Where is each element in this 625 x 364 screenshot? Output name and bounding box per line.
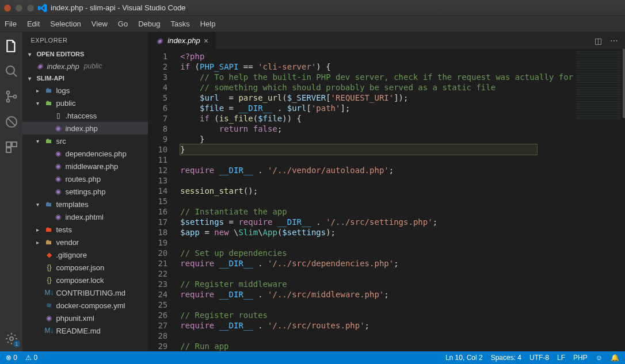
file-icon: ◉ (54, 149, 63, 158)
tree-item[interactable]: ◉dependencies.php (22, 147, 148, 160)
project-header[interactable]: ▾ SLIM-API (22, 72, 148, 84)
tree-item[interactable]: ◉phpunit.xml (22, 312, 148, 324)
status-errors[interactable]: ⊗ 0 (6, 354, 17, 362)
folder-icon: 🖿 (44, 86, 54, 95)
file-icon: M↓ (44, 326, 54, 335)
tree-item[interactable]: ▸🖿tests (22, 223, 148, 236)
folder-icon: 🖿 (44, 237, 54, 247)
activity-explorer[interactable] (3, 38, 20, 54)
open-editor-item[interactable]: ◉ index.php public (22, 60, 148, 72)
tree-label: logs (56, 86, 70, 95)
sidebar: EXPLORER ▾ OPEN EDITORS ◉ index.php publ… (22, 32, 148, 351)
file-icon: ◆ (44, 250, 54, 259)
tree-label: src (56, 137, 66, 145)
tree-label: tests (56, 225, 71, 234)
line-gutter: 1234567891011121314151617181920212223242… (148, 49, 176, 351)
tree-item[interactable]: {}composer.lock (22, 274, 148, 286)
tree-item[interactable]: ▾🖿templates (22, 198, 148, 210)
chevron-icon: ▾ (36, 138, 42, 144)
folder-icon: 🖿 (44, 98, 54, 108)
tree-label: templates (56, 200, 88, 209)
window-maximize-button[interactable] (26, 4, 35, 12)
svg-point-3 (6, 99, 9, 102)
status-warnings[interactable]: ⚠ 0 (25, 354, 37, 362)
code-editor[interactable]: 1234567891011121314151617181920212223242… (148, 49, 625, 351)
status-feedback-icon[interactable]: ☺ (596, 354, 603, 362)
activity-extensions[interactable] (3, 139, 20, 155)
menu-view[interactable]: View (92, 20, 108, 28)
status-cursor[interactable]: Ln 10, Col 2 (445, 354, 483, 362)
tree-item[interactable]: {}composer.json (22, 261, 148, 274)
file-icon: ◉ (44, 313, 54, 323)
file-icon: ◉ (54, 187, 63, 196)
close-tab-icon[interactable]: × (204, 36, 208, 45)
tree-label: index.phtml (65, 213, 103, 221)
status-eol[interactable]: LF (557, 354, 565, 362)
settings-badge: 1 (13, 340, 21, 348)
tree-item[interactable]: ◉settings.php (22, 185, 148, 198)
tree-item[interactable]: ◉index.phtml (22, 210, 148, 223)
file-tree: ▸🖿logs▾🖿public▯.htaccess◉index.php▾🖿src◉… (22, 84, 148, 337)
menu-file[interactable]: File (5, 20, 17, 28)
svg-line-1 (13, 73, 17, 76)
tree-item[interactable]: ▸🖿vendor (22, 236, 148, 248)
tree-label: middleware.php (65, 162, 118, 171)
chevron-down-icon: ▾ (28, 51, 34, 58)
tree-item[interactable]: ◉index.php (22, 122, 148, 135)
activity-search[interactable] (3, 63, 20, 79)
menu-go[interactable]: Go (118, 20, 128, 28)
window-title: index.php - slim-api - Visual Studio Cod… (51, 3, 186, 12)
scrollbar-thumb[interactable] (623, 49, 625, 118)
status-notifications-icon[interactable]: 🔔 (611, 354, 619, 362)
tree-label: CONTRIBUTING.md (56, 289, 125, 297)
chevron-icon: ▸ (36, 87, 42, 94)
tree-item[interactable]: ▸🖿logs (22, 84, 148, 97)
svg-point-2 (6, 91, 9, 94)
tree-item[interactable]: ▯.htaccess (22, 109, 148, 122)
file-icon: ◉ (54, 212, 63, 221)
svg-point-0 (6, 66, 14, 74)
file-icon: M↓ (44, 288, 54, 297)
editor-area: ◉ index.php × ◫ ⋯ 1234567891011121314151… (148, 32, 625, 351)
menu-debug[interactable]: Debug (138, 20, 160, 28)
tree-item[interactable]: ◉middleware.php (22, 160, 148, 173)
tree-label: routes.php (65, 175, 100, 183)
activity-source-control[interactable] (3, 89, 20, 105)
more-actions-icon[interactable]: ⋯ (610, 36, 618, 45)
tree-item[interactable]: ▾🖿src (22, 135, 148, 147)
tree-label: vendor (56, 238, 79, 247)
tree-item[interactable]: M↓README.md (22, 324, 148, 337)
tree-item[interactable]: ≋docker-compose.yml (22, 299, 148, 312)
tree-label: dependencies.php (65, 150, 126, 158)
tree-item[interactable]: M↓CONTRIBUTING.md (22, 286, 148, 299)
tree-item[interactable]: ◉routes.php (22, 173, 148, 185)
window-close-button[interactable] (3, 4, 12, 12)
tree-item[interactable]: ▾🖿public (22, 97, 148, 109)
menu-tasks[interactable]: Tasks (170, 20, 189, 28)
folder-icon: 🖿 (44, 225, 54, 234)
menu-selection[interactable]: Selection (50, 20, 81, 28)
activity-debug[interactable] (3, 114, 20, 130)
chevron-icon: ▾ (36, 201, 42, 208)
file-icon: {} (44, 263, 54, 272)
svg-rect-9 (6, 148, 11, 152)
menu-help[interactable]: Help (200, 20, 216, 28)
tab-index-php[interactable]: ◉ index.php × (148, 32, 216, 49)
open-editors-header[interactable]: ▾ OPEN EDITORS (22, 48, 148, 60)
status-indent[interactable]: Spaces: 4 (491, 354, 521, 362)
tree-label: README.md (56, 327, 100, 335)
file-icon: ◉ (54, 162, 63, 171)
sidebar-title: EXPLORER (22, 32, 148, 48)
folder-icon: 🖿 (44, 136, 54, 145)
status-encoding[interactable]: UTF-8 (529, 354, 549, 362)
chevron-icon: ▸ (36, 227, 42, 233)
code-content[interactable]: <?phpif (PHP_SAPI == 'cli-server') { // … (176, 49, 573, 351)
split-editor-icon[interactable]: ◫ (594, 36, 602, 45)
tree-item[interactable]: ◆.gitignore (22, 248, 148, 261)
menu-edit[interactable]: Edit (27, 20, 40, 28)
window-minimize-button[interactable] (15, 4, 23, 12)
status-lang[interactable]: PHP (573, 354, 588, 362)
activity-settings[interactable]: 1 (3, 331, 20, 347)
minimap[interactable] (573, 49, 625, 351)
tree-label: settings.php (65, 187, 105, 196)
